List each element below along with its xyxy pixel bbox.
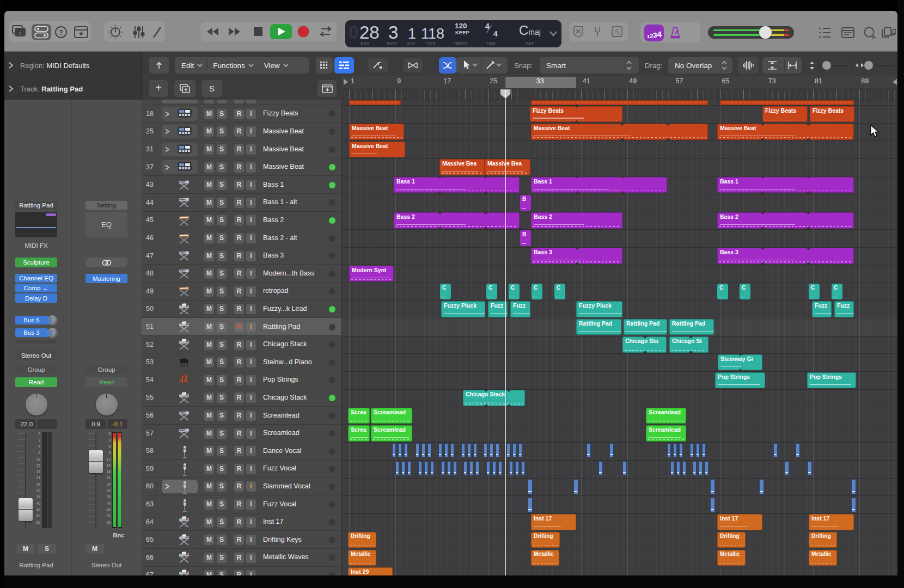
svg-text:S: S xyxy=(615,28,619,36)
svg-text:♪: ♪ xyxy=(19,29,22,36)
svg-text:?: ? xyxy=(59,28,63,36)
